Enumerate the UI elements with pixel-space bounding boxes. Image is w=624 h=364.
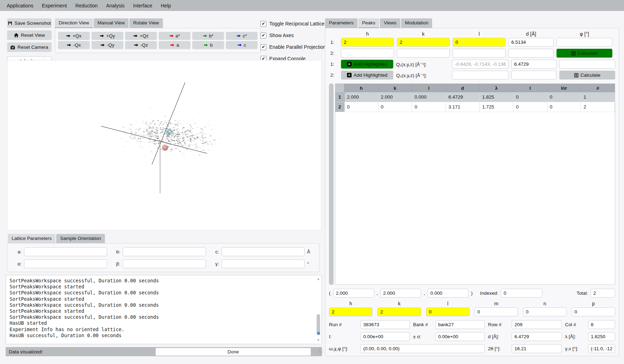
k2-field[interactable] [397, 49, 450, 58]
menu-help[interactable]: Help [157, 1, 175, 10]
a-field[interactable] [24, 247, 107, 256]
log-line: Experiment Info has no oriented lattice. [10, 327, 312, 333]
tab-rotate-view[interactable]: Rotate View [129, 18, 163, 29]
peak-p-field[interactable] [572, 307, 615, 316]
reset-view-button[interactable]: Reset View [7, 30, 52, 40]
save-screenshot-button[interactable]: Save Screenshot [7, 18, 52, 28]
c-field[interactable] [222, 247, 305, 256]
calculate-2-button[interactable]: Calculate [559, 71, 615, 80]
minus-qy-button[interactable]: -Qy [92, 41, 123, 49]
view-mode-tabs: Direction View Manual View Rotate View [55, 18, 164, 29]
menu-reduction[interactable]: Reduction [71, 1, 101, 10]
reset-camera-button[interactable]: Reset Camera [7, 42, 52, 52]
console-scrollbar[interactable]: ▲ ▼ [316, 276, 321, 343]
bank-label: Bank # [413, 322, 432, 327]
tab-peaks[interactable]: Peaks [358, 18, 379, 29]
table-header-row: h k l d λ I I/σ # [335, 84, 615, 92]
menu-analysis[interactable]: Analysis [102, 1, 128, 10]
arrow-right-icon [100, 34, 104, 37]
table-row[interactable]: 1 2.000 2.000 0.000 6.4729 1.825 0 0 1 [335, 92, 615, 102]
tab-lattice-parameters[interactable]: Lattice Parameters [8, 234, 55, 244]
col-field[interactable] [588, 320, 615, 329]
calculate-button[interactable]: Calculate [557, 49, 612, 58]
menu-experiment[interactable]: Experiment [38, 1, 71, 10]
phi1-field[interactable] [557, 38, 612, 47]
h2-field[interactable] [341, 49, 394, 58]
length-unit: Å [307, 249, 314, 254]
b-field[interactable] [123, 247, 206, 256]
minus-qx-button[interactable]: -Qx [58, 41, 90, 49]
sigma-field[interactable] [435, 332, 485, 341]
indexed-field[interactable] [501, 289, 542, 298]
coord-h-field[interactable] [333, 289, 374, 298]
b-star-button[interactable]: b* [192, 32, 224, 40]
q1-xyz-field[interactable] [452, 60, 508, 69]
d2-field[interactable] [508, 49, 554, 58]
coord-l-field[interactable] [428, 289, 469, 298]
minus-qz-button[interactable]: -Qz [125, 41, 157, 49]
gamma-field[interactable] [222, 259, 305, 268]
table-scrollbar[interactable] [329, 83, 334, 285]
run-field[interactable] [360, 320, 410, 329]
d-spacing-field[interactable] [512, 332, 562, 341]
b-button[interactable]: b [192, 41, 224, 49]
k1-field[interactable] [397, 38, 450, 47]
peak-m-field[interactable] [475, 307, 518, 316]
tab-sample-orientation[interactable]: Sample Orientation [56, 234, 105, 244]
coord-k-field[interactable] [380, 289, 421, 298]
menu-applications[interactable]: Applications [3, 1, 37, 10]
lambda-field[interactable] [588, 332, 615, 341]
log-console[interactable]: SortPeaksWorkspace successful, Duration … [6, 275, 322, 344]
tab-manual-view[interactable]: Manual View [94, 18, 129, 29]
direction-row-1: +Qx +Qy +Qz a* b* c* [58, 32, 258, 40]
gamma-nu-field[interactable] [588, 344, 615, 353]
toggle-reciprocal-lattice-checkbox[interactable]: ✔ Toggle Reciprocal Lattice [260, 20, 326, 27]
l1-field[interactable] [453, 38, 506, 47]
row-label: Row # [488, 322, 508, 327]
plus-qy-button[interactable]: +Qy [92, 32, 123, 40]
peak-h-field[interactable] [329, 307, 372, 316]
q1-d-field[interactable] [511, 60, 557, 69]
two-theta-label: 2θ [°]: [488, 346, 508, 351]
add-highlighted-1-button[interactable]: + Add Highlighted [341, 60, 393, 69]
plus-qx-button[interactable]: +Qx [58, 32, 90, 40]
h1-field[interactable] [341, 38, 394, 47]
c-button[interactable]: c [226, 41, 258, 49]
plus-qz-button[interactable]: +Qz [125, 32, 157, 40]
show-axes-checkbox[interactable]: ✔ Show Axes [260, 32, 326, 39]
peak-n-field[interactable] [523, 307, 566, 316]
bank-field[interactable] [435, 320, 485, 329]
alpha-field[interactable] [24, 259, 107, 268]
l2-field[interactable] [453, 49, 506, 58]
a-button[interactable]: a [159, 41, 190, 49]
tab-views[interactable]: Views [380, 18, 400, 29]
c-star-button[interactable]: c* [226, 32, 258, 40]
resize-grip-icon[interactable] [318, 348, 323, 354]
q1-row: 1: + Add Highlighted Q₁(x,y,z) [Å⁻¹]: [329, 60, 615, 69]
q2-xyz-field[interactable] [452, 71, 508, 80]
menu-interface[interactable]: Interface [129, 1, 156, 10]
intensity-field[interactable] [360, 332, 410, 341]
peak-l-field[interactable] [426, 307, 470, 316]
add-highlighted-2-button[interactable]: + Add Highlighted [341, 71, 393, 80]
total-field[interactable] [590, 289, 615, 298]
tab-parameters[interactable]: Parameters [325, 18, 358, 29]
peak-k-field[interactable] [377, 307, 421, 316]
scroll-up-icon[interactable]: ▲ [316, 276, 321, 282]
peaks-table[interactable]: h k l d λ I I/σ # 1 2.000 2.000 0.000 6.… [335, 83, 615, 285]
row-field[interactable] [512, 320, 562, 329]
beta-field[interactable] [123, 259, 206, 268]
table-row[interactable]: 2 0 0 0 3.171 1.725 0 0 2 [335, 102, 615, 112]
enable-parallel-projection-checkbox[interactable]: ✔ Enable Parallel Projection [260, 43, 326, 51]
d1-field[interactable] [508, 38, 554, 47]
tab-direction-view[interactable]: Direction View [55, 18, 93, 29]
3d-viewport[interactable] [7, 60, 322, 230]
a-star-button[interactable]: a* [159, 32, 190, 40]
goniometer-field[interactable] [360, 344, 485, 353]
d-spacing-label: d [Å]: [488, 334, 508, 339]
scroll-down-icon[interactable]: ▼ [316, 337, 321, 343]
q1-phi-field[interactable] [559, 60, 615, 69]
two-theta-field[interactable] [512, 344, 562, 353]
q2-d-field[interactable] [511, 71, 557, 80]
tab-modulation[interactable]: Modulation [401, 18, 432, 29]
